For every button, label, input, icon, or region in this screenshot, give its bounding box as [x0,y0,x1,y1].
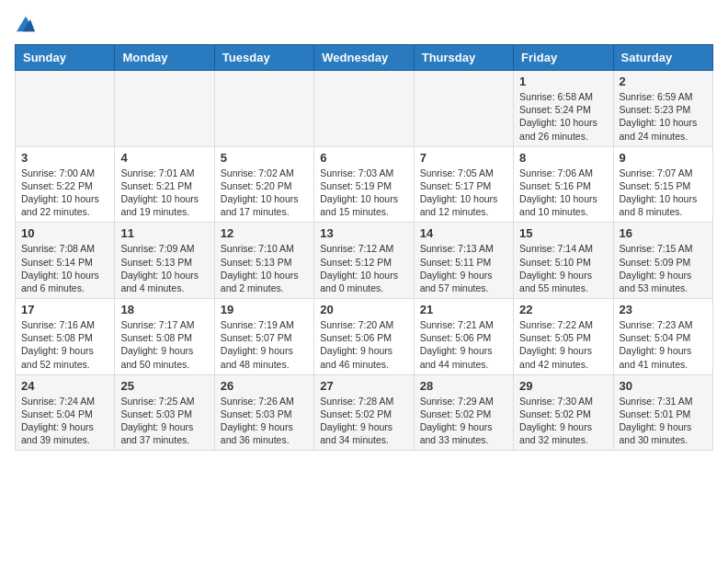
calendar-cell: 19Sunrise: 7:19 AMSunset: 5:07 PMDayligh… [214,299,313,375]
day-header-thursday: Thursday [414,45,513,71]
day-info: Daylight: 10 hours and 0 minutes. [320,269,407,294]
calendar-cell: 28Sunrise: 7:29 AMSunset: 5:02 PMDayligh… [414,374,513,451]
day-info: Sunrise: 7:14 AM [519,242,607,255]
day-info: Sunrise: 7:30 AM [519,395,607,408]
day-number: 5 [221,151,308,165]
calendar-cell: 29Sunrise: 7:30 AMSunset: 5:02 PMDayligh… [514,374,613,451]
day-number: 19 [221,303,308,316]
day-info: Sunset: 5:22 PM [21,179,108,192]
day-info: Sunrise: 7:19 AM [221,318,308,331]
page-header [15,15,713,33]
day-info: Daylight: 10 hours and 6 minutes. [21,269,108,294]
day-info: Sunrise: 7:12 AM [320,242,407,255]
day-header-monday: Monday [115,45,214,71]
day-info: Sunset: 5:08 PM [120,331,208,344]
calendar-cell: 20Sunrise: 7:20 AMSunset: 5:06 PMDayligh… [314,299,414,375]
calendar-cell: 9Sunrise: 7:07 AMSunset: 5:15 PMDaylight… [613,146,712,223]
day-number: 22 [519,303,607,316]
day-info: Sunset: 5:13 PM [120,256,208,269]
day-info: Sunset: 5:10 PM [519,256,607,269]
calendar-cell: 30Sunrise: 7:31 AMSunset: 5:01 PMDayligh… [613,374,712,451]
day-info: Sunrise: 7:02 AM [221,167,308,179]
day-info: Daylight: 9 hours and 30 minutes. [620,420,707,446]
day-number: 15 [519,226,607,240]
day-info: Daylight: 9 hours and 52 minutes. [21,344,108,370]
day-info: Daylight: 9 hours and 50 minutes. [120,344,208,370]
day-number: 14 [420,226,507,240]
day-info: Daylight: 9 hours and 46 minutes. [320,344,407,370]
calendar-cell: 17Sunrise: 7:16 AMSunset: 5:08 PMDayligh… [16,299,115,375]
day-info: Sunrise: 7:21 AM [420,318,507,331]
day-info: Daylight: 9 hours and 34 minutes. [320,420,407,446]
calendar-cell [16,71,115,147]
day-info: Sunrise: 7:16 AM [21,318,108,331]
day-number: 6 [320,151,407,165]
day-info: Daylight: 10 hours and 22 minutes. [21,192,108,218]
day-info: Sunrise: 7:08 AM [21,242,108,255]
calendar-cell: 16Sunrise: 7:15 AMSunset: 5:09 PMDayligh… [613,223,712,299]
day-info: Sunset: 5:17 PM [420,179,507,192]
calendar-cell: 1Sunrise: 6:58 AMSunset: 5:24 PMDaylight… [514,71,613,147]
calendar-cell: 10Sunrise: 7:08 AMSunset: 5:14 PMDayligh… [16,223,115,299]
calendar-week-4: 17Sunrise: 7:16 AMSunset: 5:08 PMDayligh… [16,299,713,375]
day-info: Daylight: 9 hours and 39 minutes. [21,420,108,446]
calendar-cell: 4Sunrise: 7:01 AMSunset: 5:21 PMDaylight… [115,146,214,223]
calendar-cell [115,71,214,147]
day-info: Sunset: 5:02 PM [320,408,407,420]
day-info: Daylight: 9 hours and 32 minutes. [519,420,607,446]
day-header-tuesday: Tuesday [214,45,313,71]
day-info: Daylight: 10 hours and 15 minutes. [320,192,407,218]
calendar-cell [314,71,414,147]
day-info: Sunset: 5:04 PM [21,408,108,420]
day-number: 13 [320,226,407,240]
day-number: 8 [519,151,607,165]
day-number: 2 [620,75,707,88]
day-info: Sunset: 5:15 PM [620,179,707,192]
day-number: 29 [519,379,607,393]
day-info: Sunset: 5:24 PM [519,103,607,116]
day-info: Sunrise: 6:59 AM [620,90,707,103]
day-number: 7 [420,151,507,165]
day-info: Daylight: 10 hours and 26 minutes. [519,116,607,142]
day-info: Sunset: 5:03 PM [221,408,308,420]
calendar-cell: 3Sunrise: 7:00 AMSunset: 5:22 PMDaylight… [16,146,115,223]
calendar-cell: 23Sunrise: 7:23 AMSunset: 5:04 PMDayligh… [613,299,712,375]
day-info: Sunrise: 7:10 AM [221,242,308,255]
day-info: Daylight: 9 hours and 42 minutes. [519,344,607,370]
calendar-cell: 14Sunrise: 7:13 AMSunset: 5:11 PMDayligh… [414,223,513,299]
day-number: 9 [620,151,707,165]
calendar-cell: 27Sunrise: 7:28 AMSunset: 5:02 PMDayligh… [314,374,414,451]
day-info: Sunset: 5:07 PM [221,331,308,344]
day-info: Sunset: 5:04 PM [620,331,707,344]
day-number: 24 [21,379,108,393]
day-info: Sunrise: 7:31 AM [620,395,707,408]
day-info: Sunset: 5:16 PM [519,179,607,192]
day-info: Sunrise: 7:28 AM [320,395,407,408]
calendar-cell: 12Sunrise: 7:10 AMSunset: 5:13 PMDayligh… [214,223,313,299]
day-info: Daylight: 10 hours and 17 minutes. [221,192,308,218]
day-number: 28 [420,379,507,393]
calendar-cell: 8Sunrise: 7:06 AMSunset: 5:16 PMDaylight… [514,146,613,223]
day-info: Daylight: 9 hours and 48 minutes. [221,344,308,370]
day-info: Daylight: 10 hours and 19 minutes. [120,192,208,218]
day-number: 21 [420,303,507,316]
logo [15,15,35,33]
day-info: Daylight: 10 hours and 10 minutes. [519,192,607,218]
day-info: Sunrise: 7:13 AM [420,242,507,255]
calendar-week-3: 10Sunrise: 7:08 AMSunset: 5:14 PMDayligh… [16,223,713,299]
calendar-cell [214,71,313,147]
calendar-cell: 2Sunrise: 6:59 AMSunset: 5:23 PMDaylight… [613,71,712,147]
day-header-saturday: Saturday [613,45,712,71]
day-info: Sunrise: 6:58 AM [519,90,607,103]
day-info: Sunrise: 7:23 AM [620,318,707,331]
day-number: 30 [620,379,707,393]
day-info: Daylight: 10 hours and 4 minutes. [120,269,208,294]
day-header-wednesday: Wednesday [314,45,414,71]
calendar-cell [414,71,513,147]
day-info: Sunrise: 7:29 AM [420,395,507,408]
calendar-cell: 13Sunrise: 7:12 AMSunset: 5:12 PMDayligh… [314,223,414,299]
day-number: 20 [320,303,407,316]
day-number: 23 [620,303,707,316]
day-info: Sunset: 5:05 PM [519,331,607,344]
day-number: 11 [120,226,208,240]
